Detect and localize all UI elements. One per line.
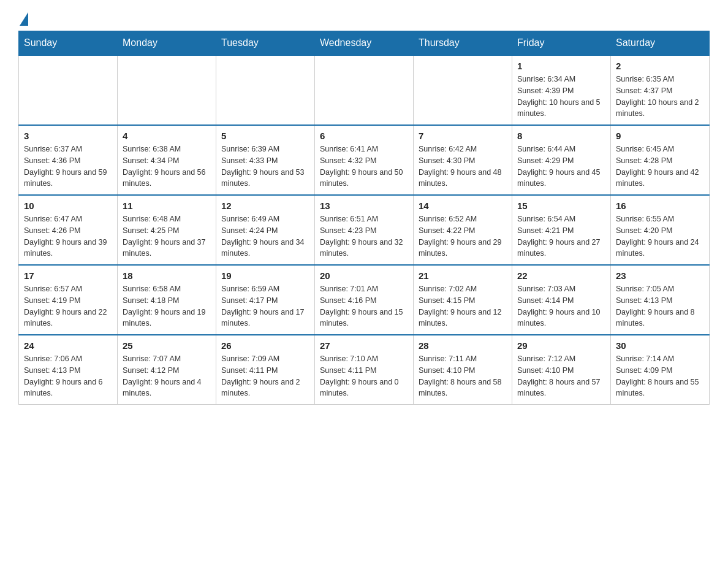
day-number: 10 [24,201,112,211]
day-info: Sunrise: 6:51 AM Sunset: 4:23 PM Dayligh… [320,213,408,259]
day-cell [118,55,216,125]
day-number: 20 [320,270,408,281]
day-info: Sunrise: 7:11 AM Sunset: 4:10 PM Dayligh… [419,353,507,399]
day-number: 17 [24,270,112,281]
day-info: Sunrise: 6:35 AM Sunset: 4:37 PM Dayligh… [616,74,704,120]
day-cell: 2Sunrise: 6:35 AM Sunset: 4:37 PM Daylig… [611,55,710,125]
day-cell: 11Sunrise: 6:48 AM Sunset: 4:25 PM Dayli… [118,195,216,265]
day-cell: 17Sunrise: 6:57 AM Sunset: 4:19 PM Dayli… [19,265,118,335]
day-info: Sunrise: 7:05 AM Sunset: 4:13 PM Dayligh… [616,283,704,329]
day-cell [216,55,315,125]
day-number: 2 [616,61,704,71]
day-cell: 14Sunrise: 6:52 AM Sunset: 4:22 PM Dayli… [414,195,512,265]
header-row: SundayMondayTuesdayWednesdayThursdayFrid… [19,31,710,56]
day-number: 6 [320,131,408,141]
day-cell [315,55,414,125]
day-number: 21 [419,270,507,281]
day-cell: 6Sunrise: 6:41 AM Sunset: 4:32 PM Daylig… [315,125,414,195]
day-cell: 20Sunrise: 7:01 AM Sunset: 4:16 PM Dayli… [315,265,414,335]
day-info: Sunrise: 6:58 AM Sunset: 4:18 PM Dayligh… [123,283,211,329]
day-cell: 24Sunrise: 7:06 AM Sunset: 4:13 PM Dayli… [19,335,118,405]
week-row-3: 10Sunrise: 6:47 AM Sunset: 4:26 PM Dayli… [19,195,710,265]
day-cell: 30Sunrise: 7:14 AM Sunset: 4:09 PM Dayli… [611,335,710,405]
calendar-table: SundayMondayTuesdayWednesdayThursdayFrid… [18,31,710,405]
logo-triangle-icon [20,12,28,26]
page-header [18,12,710,25]
day-number: 11 [123,201,211,211]
day-info: Sunrise: 6:41 AM Sunset: 4:32 PM Dayligh… [320,144,408,190]
day-number: 15 [517,201,605,211]
calendar-header: SundayMondayTuesdayWednesdayThursdayFrid… [19,31,710,56]
day-number: 8 [517,131,605,141]
day-number: 22 [517,270,605,281]
day-cell: 12Sunrise: 6:49 AM Sunset: 4:24 PM Dayli… [216,195,315,265]
day-number: 30 [616,340,704,351]
day-cell: 18Sunrise: 6:58 AM Sunset: 4:18 PM Dayli… [118,265,216,335]
day-cell: 19Sunrise: 6:59 AM Sunset: 4:17 PM Dayli… [216,265,315,335]
day-number: 4 [123,131,211,141]
day-cell [19,55,118,125]
day-info: Sunrise: 7:12 AM Sunset: 4:10 PM Dayligh… [517,353,605,399]
day-cell: 13Sunrise: 6:51 AM Sunset: 4:23 PM Dayli… [315,195,414,265]
day-info: Sunrise: 6:48 AM Sunset: 4:25 PM Dayligh… [123,213,211,259]
day-cell: 4Sunrise: 6:38 AM Sunset: 4:34 PM Daylig… [118,125,216,195]
day-cell: 25Sunrise: 7:07 AM Sunset: 4:12 PM Dayli… [118,335,216,405]
day-info: Sunrise: 6:52 AM Sunset: 4:22 PM Dayligh… [419,213,507,259]
day-number: 24 [24,340,112,351]
day-number: 12 [221,201,309,211]
day-cell: 28Sunrise: 7:11 AM Sunset: 4:10 PM Dayli… [414,335,512,405]
day-info: Sunrise: 6:38 AM Sunset: 4:34 PM Dayligh… [123,144,211,190]
day-cell [414,55,512,125]
week-row-2: 3Sunrise: 6:37 AM Sunset: 4:36 PM Daylig… [19,125,710,195]
day-info: Sunrise: 6:39 AM Sunset: 4:33 PM Dayligh… [221,144,309,190]
header-cell-saturday: Saturday [611,31,710,56]
day-info: Sunrise: 6:37 AM Sunset: 4:36 PM Dayligh… [24,144,112,190]
day-number: 3 [24,131,112,141]
day-number: 7 [419,131,507,141]
logo-text [18,12,28,25]
day-cell: 23Sunrise: 7:05 AM Sunset: 4:13 PM Dayli… [611,265,710,335]
day-number: 25 [123,340,211,351]
header-cell-thursday: Thursday [414,31,512,56]
day-cell: 29Sunrise: 7:12 AM Sunset: 4:10 PM Dayli… [512,335,611,405]
day-info: Sunrise: 7:07 AM Sunset: 4:12 PM Dayligh… [123,353,211,399]
day-info: Sunrise: 7:02 AM Sunset: 4:15 PM Dayligh… [419,283,507,329]
day-info: Sunrise: 7:09 AM Sunset: 4:11 PM Dayligh… [221,353,309,399]
day-number: 14 [419,201,507,211]
header-cell-friday: Friday [512,31,611,56]
day-info: Sunrise: 7:06 AM Sunset: 4:13 PM Dayligh… [24,353,112,399]
day-cell: 3Sunrise: 6:37 AM Sunset: 4:36 PM Daylig… [19,125,118,195]
day-cell: 16Sunrise: 6:55 AM Sunset: 4:20 PM Dayli… [611,195,710,265]
day-info: Sunrise: 6:54 AM Sunset: 4:21 PM Dayligh… [517,213,605,259]
day-cell: 8Sunrise: 6:44 AM Sunset: 4:29 PM Daylig… [512,125,611,195]
day-info: Sunrise: 6:55 AM Sunset: 4:20 PM Dayligh… [616,213,704,259]
day-cell: 5Sunrise: 6:39 AM Sunset: 4:33 PM Daylig… [216,125,315,195]
day-cell: 7Sunrise: 6:42 AM Sunset: 4:30 PM Daylig… [414,125,512,195]
day-number: 9 [616,131,704,141]
day-info: Sunrise: 7:10 AM Sunset: 4:11 PM Dayligh… [320,353,408,399]
day-cell: 26Sunrise: 7:09 AM Sunset: 4:11 PM Dayli… [216,335,315,405]
day-number: 19 [221,270,309,281]
day-number: 23 [616,270,704,281]
day-cell: 10Sunrise: 6:47 AM Sunset: 4:26 PM Dayli… [19,195,118,265]
day-number: 18 [123,270,211,281]
header-cell-sunday: Sunday [19,31,118,56]
day-cell: 9Sunrise: 6:45 AM Sunset: 4:28 PM Daylig… [611,125,710,195]
day-info: Sunrise: 7:03 AM Sunset: 4:14 PM Dayligh… [517,283,605,329]
calendar-body: 1Sunrise: 6:34 AM Sunset: 4:39 PM Daylig… [19,55,710,405]
day-info: Sunrise: 6:49 AM Sunset: 4:24 PM Dayligh… [221,213,309,259]
day-number: 28 [419,340,507,351]
header-cell-monday: Monday [118,31,216,56]
day-info: Sunrise: 6:47 AM Sunset: 4:26 PM Dayligh… [24,213,112,259]
logo [18,12,28,25]
day-info: Sunrise: 6:59 AM Sunset: 4:17 PM Dayligh… [221,283,309,329]
day-number: 26 [221,340,309,351]
day-cell: 22Sunrise: 7:03 AM Sunset: 4:14 PM Dayli… [512,265,611,335]
day-number: 1 [517,61,605,71]
day-info: Sunrise: 6:57 AM Sunset: 4:19 PM Dayligh… [24,283,112,329]
day-cell: 1Sunrise: 6:34 AM Sunset: 4:39 PM Daylig… [512,55,611,125]
day-info: Sunrise: 6:42 AM Sunset: 4:30 PM Dayligh… [419,144,507,190]
day-number: 13 [320,201,408,211]
day-number: 5 [221,131,309,141]
day-info: Sunrise: 7:14 AM Sunset: 4:09 PM Dayligh… [616,353,704,399]
